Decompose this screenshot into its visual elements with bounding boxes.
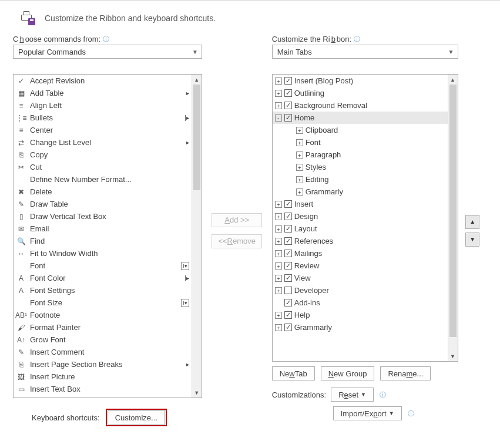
command-item[interactable]: ✎Insert Comment	[14, 346, 192, 358]
tree-item[interactable]: +✓References	[273, 235, 448, 247]
expand-icon[interactable]: +	[275, 213, 282, 220]
tree-item[interactable]: +✓Review	[273, 260, 448, 272]
expand-icon[interactable]: +	[275, 262, 282, 270]
command-item[interactable]: FontI▾	[14, 260, 192, 272]
tree-item[interactable]: +✓Background Removal	[273, 99, 448, 112]
checkbox[interactable]: ✓	[284, 89, 292, 97]
new-tab-button[interactable]: New Tab	[272, 366, 315, 380]
command-item[interactable]: ⋮≡Bullets|▸	[14, 112, 192, 124]
tree-item[interactable]: +✓Grammarly	[273, 321, 448, 334]
checkbox[interactable]: ✓	[284, 200, 292, 208]
expand-icon[interactable]: +	[275, 250, 282, 257]
ribbon-tree[interactable]: +✓Insert (Blog Post)+✓Outlining+✓Backgro…	[272, 74, 458, 362]
commands-listbox[interactable]: ✓Accept Revision▦Add Table▸≡Align Left⋮≡…	[13, 74, 202, 398]
move-up-button[interactable]: ▲	[465, 215, 479, 229]
checkbox[interactable]: ✓	[284, 311, 292, 319]
expand-icon[interactable]: +	[275, 201, 282, 208]
command-item[interactable]: ✎Draw Table	[14, 198, 192, 210]
info-icon[interactable]: ⓘ	[103, 35, 109, 43]
expand-icon[interactable]: +	[275, 312, 282, 319]
checkbox[interactable]: ✓	[284, 77, 292, 85]
expand-icon[interactable]: +	[275, 102, 282, 109]
command-item[interactable]: ✓Accept Revision	[14, 75, 192, 87]
tree-item[interactable]: +✓Outlining	[273, 87, 448, 99]
tree-item[interactable]: +✓Insert (Blog Post)	[273, 75, 448, 87]
expand-icon[interactable]: +	[296, 176, 303, 183]
command-item[interactable]: 🖌Format Painter	[14, 321, 192, 334]
checkbox[interactable]	[284, 287, 292, 294]
command-item[interactable]: AB¹Footnote	[14, 309, 192, 321]
checkbox[interactable]: ✓	[284, 213, 292, 220]
expand-icon[interactable]: +	[296, 127, 303, 134]
move-down-button[interactable]: ▼	[465, 233, 479, 247]
checkbox[interactable]: ✓	[284, 274, 292, 282]
command-item[interactable]: AFont Settings	[14, 284, 192, 297]
tree-item[interactable]: +Styles	[273, 161, 448, 173]
command-item[interactable]: 🖼Insert Picture	[14, 370, 192, 383]
command-item[interactable]: ▯Draw Vertical Text Box	[14, 210, 192, 223]
command-item[interactable]: ✉Email	[14, 223, 192, 235]
new-group-button[interactable]: New Group	[321, 366, 375, 380]
add-button[interactable]: Add >>	[212, 213, 262, 227]
scroll-up-icon[interactable]: ▲	[448, 75, 458, 85]
rename-button[interactable]: Rename...	[380, 366, 431, 380]
tree-item[interactable]: +✓View	[273, 272, 448, 284]
info-icon[interactable]: ⓘ	[354, 35, 360, 43]
command-item[interactable]: Font SizeI▾	[14, 297, 192, 309]
tree-item[interactable]: +Clipboard	[273, 124, 448, 136]
expand-icon[interactable]: +	[275, 225, 282, 233]
expand-icon[interactable]: +	[275, 238, 282, 245]
checkbox[interactable]: ✓	[284, 250, 292, 257]
info-icon[interactable]: ⓘ	[380, 390, 386, 399]
checkbox[interactable]: ✓	[284, 225, 292, 233]
command-item[interactable]: ✖Delete	[14, 186, 192, 198]
tree-item[interactable]: +Grammarly	[273, 186, 448, 198]
expand-icon[interactable]: +	[296, 164, 303, 171]
command-item[interactable]: ⎘Copy	[14, 149, 192, 161]
expand-icon[interactable]: +	[296, 188, 303, 196]
tree-item[interactable]: +Developer	[273, 284, 448, 297]
command-item[interactable]: A↑Grow Font	[14, 334, 192, 346]
command-item[interactable]: ⇄Change List Level▸	[14, 136, 192, 149]
checkbox[interactable]: ✓	[284, 114, 292, 122]
reset-button[interactable]: Reset▼	[331, 388, 374, 402]
command-item[interactable]: ✂Cut	[14, 161, 192, 173]
tree-item[interactable]: +✓Help	[273, 309, 448, 321]
checkbox[interactable]: ✓	[284, 324, 292, 331]
checkbox[interactable]: ✓	[284, 299, 292, 306]
tree-item[interactable]: +Editing	[273, 173, 448, 186]
tree-item[interactable]: +✓Mailings	[273, 247, 448, 260]
info-icon[interactable]: ⓘ	[408, 409, 414, 418]
scrollbar[interactable]: ▲ ▼	[448, 75, 458, 361]
scrollbar[interactable]: ▲ ▼	[192, 75, 202, 398]
command-item[interactable]: ▦Add Table▸	[14, 87, 192, 99]
tree-item[interactable]: -✓Home	[273, 112, 448, 124]
command-item[interactable]: ≡Align Left	[14, 99, 192, 112]
remove-button[interactable]: << Remove	[212, 234, 262, 248]
command-item[interactable]: AFont Color|▸	[14, 272, 192, 284]
tree-item[interactable]: ✓Add-ins	[273, 297, 448, 309]
expand-icon[interactable]: +	[275, 287, 282, 294]
customize-ribbon-dropdown[interactable]: Main Tabs ▼	[272, 45, 458, 59]
collapse-icon[interactable]: -	[275, 114, 282, 122]
scroll-down-icon[interactable]: ▼	[192, 388, 202, 398]
checkbox[interactable]: ✓	[284, 262, 292, 270]
command-item[interactable]: ↔Fit to Window Width	[14, 247, 192, 260]
checkbox[interactable]: ✓	[284, 237, 292, 245]
expand-icon[interactable]: +	[296, 139, 303, 146]
tree-item[interactable]: +Paragraph	[273, 149, 448, 161]
command-item[interactable]: Define New Number Format...	[14, 173, 192, 186]
command-item[interactable]: 🔍Find	[14, 235, 192, 247]
command-item[interactable]: ⎘Insert Page Section Breaks▸	[14, 358, 192, 370]
expand-icon[interactable]: +	[275, 78, 282, 85]
tree-item[interactable]: +Font	[273, 136, 448, 149]
scroll-up-icon[interactable]: ▲	[192, 75, 202, 85]
expand-icon[interactable]: +	[275, 90, 282, 97]
tree-item[interactable]: +✓Layout	[273, 223, 448, 235]
expand-icon[interactable]: +	[296, 151, 303, 159]
choose-commands-dropdown[interactable]: Popular Commands ▼	[13, 45, 202, 59]
scroll-thumb[interactable]	[193, 85, 200, 190]
customize-keyboard-button[interactable]: Customize...	[108, 410, 165, 425]
import-export-button[interactable]: Import/Export▼	[333, 406, 402, 420]
scroll-thumb[interactable]	[449, 85, 457, 337]
